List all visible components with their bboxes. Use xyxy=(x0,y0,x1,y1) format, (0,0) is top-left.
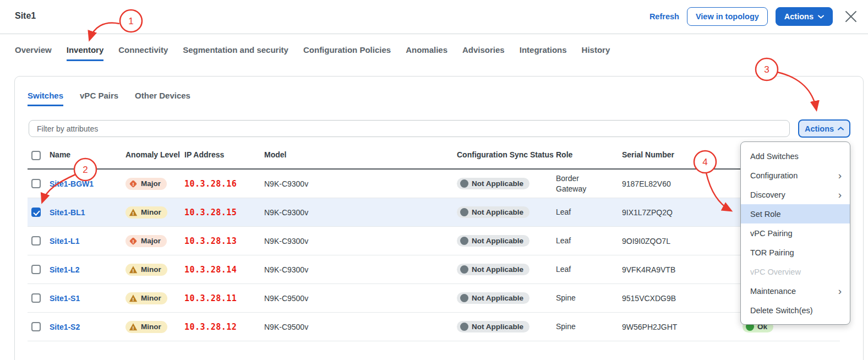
model: N9K-C9300v xyxy=(264,208,457,217)
column-header-serial-number[interactable]: Serial Number xyxy=(622,150,738,160)
column-header-name[interactable]: Name xyxy=(50,150,125,160)
column-header-role[interactable]: Role xyxy=(556,150,622,160)
row-checkbox[interactable] xyxy=(31,322,41,331)
row-checkbox[interactable] xyxy=(31,236,41,246)
column-header-anomaly-level[interactable]: Anomaly Level xyxy=(125,150,184,160)
status-dot-icon xyxy=(460,323,468,331)
refresh-button[interactable]: Refresh xyxy=(649,12,679,21)
menu-item-tor-pairing[interactable]: TOR Pairing xyxy=(741,243,850,262)
model: N9K-C9300v xyxy=(264,179,457,188)
table-row: Site1-L2 !Minor 10.3.28.14 N9K-C9300v No… xyxy=(28,255,840,284)
table-row: Site1-S2 !Minor 10.3.28.12 N9K-C9500v No… xyxy=(28,313,840,341)
site-details-panel: Site1 Refresh View in topology Actions O… xyxy=(0,0,868,360)
tab-bar: Overview Inventory Connectivity Segmenta… xyxy=(15,45,610,61)
tab-inventory[interactable]: Inventory xyxy=(67,45,104,61)
chevron-up-icon xyxy=(838,127,844,130)
ip-address: 10.3.28.15 xyxy=(184,208,237,217)
tab-advisories[interactable]: Advisories xyxy=(462,45,505,61)
sync-status-badge: Not Applicable xyxy=(457,292,529,304)
role: Leaf xyxy=(556,264,622,275)
menu-item-maintenance[interactable]: Maintenance› xyxy=(741,281,850,301)
menu-item-add-switches[interactable]: Add Switches xyxy=(741,146,850,166)
chevron-down-icon xyxy=(818,15,824,19)
anomaly-badge: !Minor xyxy=(125,264,167,276)
table-row: Site1-L1 !Major 10.3.28.13 N9K-C9300v No… xyxy=(28,227,840,255)
tab-integrations[interactable]: Integrations xyxy=(520,45,567,61)
minor-icon: ! xyxy=(129,265,138,274)
svg-text:!: ! xyxy=(133,268,134,273)
tab-segmentation-and-security[interactable]: Segmentation and security xyxy=(183,45,288,61)
svg-text:!: ! xyxy=(133,238,134,244)
tab-anomalies[interactable]: Anomalies xyxy=(406,45,447,61)
switch-name-link[interactable]: Site1-L2 xyxy=(50,265,79,274)
filter-input[interactable] xyxy=(29,120,790,137)
menu-item-configuration[interactable]: Configuration› xyxy=(741,166,850,185)
serial-number: 9OI9I0ZQO7L xyxy=(622,237,738,246)
row-checkbox[interactable] xyxy=(31,179,41,188)
column-header-ip-address[interactable]: IP Address xyxy=(184,150,264,160)
ip-address: 10.3.28.11 xyxy=(184,293,237,303)
table-row: Site1-BGW1 !Major 10.3.28.16 N9K-C9300v … xyxy=(28,170,840,198)
model: N9K-C9300v xyxy=(264,237,457,246)
ip-address: 10.3.28.13 xyxy=(184,236,237,246)
status-dot-icon xyxy=(460,237,468,245)
sync-status-badge: Not Applicable xyxy=(457,235,529,247)
tab-overview[interactable]: Overview xyxy=(15,45,52,61)
column-header-configuration-sync-status[interactable]: Configuration Sync Status xyxy=(457,150,556,160)
serial-number: 9187EL82V60 xyxy=(622,179,738,188)
serial-number: 9W56PH2JGHT xyxy=(622,323,738,331)
chevron-right-icon: › xyxy=(838,170,842,181)
table-actions-button[interactable]: Actions xyxy=(798,119,850,138)
role: Leaf xyxy=(556,207,622,217)
chevron-right-icon: › xyxy=(838,286,842,296)
anomaly-badge: !Minor xyxy=(125,206,167,219)
switch-name-link[interactable]: Site1-BGW1 xyxy=(50,179,94,188)
annotation-step-1: 1 xyxy=(90,10,142,39)
row-checkbox[interactable] xyxy=(31,208,41,217)
switch-name-link[interactable]: Site1-S1 xyxy=(50,294,80,303)
menu-item-delete-switches[interactable]: Delete Switch(es) xyxy=(741,301,850,320)
model: N9K-C9500v xyxy=(264,323,457,331)
anomaly-badge: !Minor xyxy=(125,292,167,304)
switch-name-link[interactable]: Site1-L1 xyxy=(50,237,79,246)
ip-address: 10.3.28.12 xyxy=(184,322,237,332)
tab-connectivity[interactable]: Connectivity xyxy=(118,45,168,61)
subtab-switches[interactable]: Switches xyxy=(28,91,63,106)
menu-item-vpc-pairing[interactable]: vPC Pairing xyxy=(741,223,850,243)
subtab-vpc-pairs[interactable]: vPC Pairs xyxy=(80,91,118,106)
table-row: Site1-S1 !Minor 10.3.28.11 N9K-C9500v No… xyxy=(28,284,840,313)
sync-status-badge: Not Applicable xyxy=(457,178,529,189)
row-checkbox[interactable] xyxy=(31,293,41,303)
column-header-model[interactable]: Model xyxy=(264,150,457,160)
minor-icon: ! xyxy=(129,294,138,303)
ip-address: 10.3.28.16 xyxy=(184,179,237,189)
model: N9K-C9500v xyxy=(264,294,457,303)
switch-name-link[interactable]: Site1-S2 xyxy=(50,323,80,331)
sync-status-badge: Not Applicable xyxy=(457,321,529,332)
subtab-other-devices[interactable]: Other Devices xyxy=(135,91,190,106)
model: N9K-C9300v xyxy=(264,265,457,274)
role: Spine xyxy=(556,293,622,303)
tab-configuration-policies[interactable]: Configuration Policies xyxy=(303,45,391,61)
view-in-topology-button[interactable]: View in topology xyxy=(687,7,768,26)
status-dot-icon xyxy=(460,208,468,216)
serial-number: 9VFK4RA9VTB xyxy=(622,265,738,274)
svg-text:!: ! xyxy=(133,296,134,302)
svg-text:!: ! xyxy=(133,181,134,187)
panel-actions-button[interactable]: Actions xyxy=(776,7,833,26)
anomaly-badge: !Minor xyxy=(125,321,167,333)
menu-item-discovery[interactable]: Discovery› xyxy=(741,185,850,204)
close-icon[interactable] xyxy=(844,9,858,24)
select-all-checkbox[interactable] xyxy=(31,151,41,160)
chevron-right-icon: › xyxy=(838,189,842,200)
role: Spine xyxy=(556,321,622,332)
subtab-bar: Switches vPC Pairs Other Devices xyxy=(28,91,190,106)
svg-text:1: 1 xyxy=(128,16,133,26)
row-checkbox[interactable] xyxy=(31,265,41,274)
sync-status-badge: Not Applicable xyxy=(457,206,529,218)
switch-name-link[interactable]: Site1-BL1 xyxy=(50,208,85,217)
menu-item-set-role[interactable]: Set Role xyxy=(741,204,850,223)
table-row: Site1-BL1 !Minor 10.3.28.15 N9K-C9300v N… xyxy=(28,198,840,227)
tab-history[interactable]: History xyxy=(582,45,610,61)
menu-item-vpc-overview: vPC Overview xyxy=(741,262,850,281)
